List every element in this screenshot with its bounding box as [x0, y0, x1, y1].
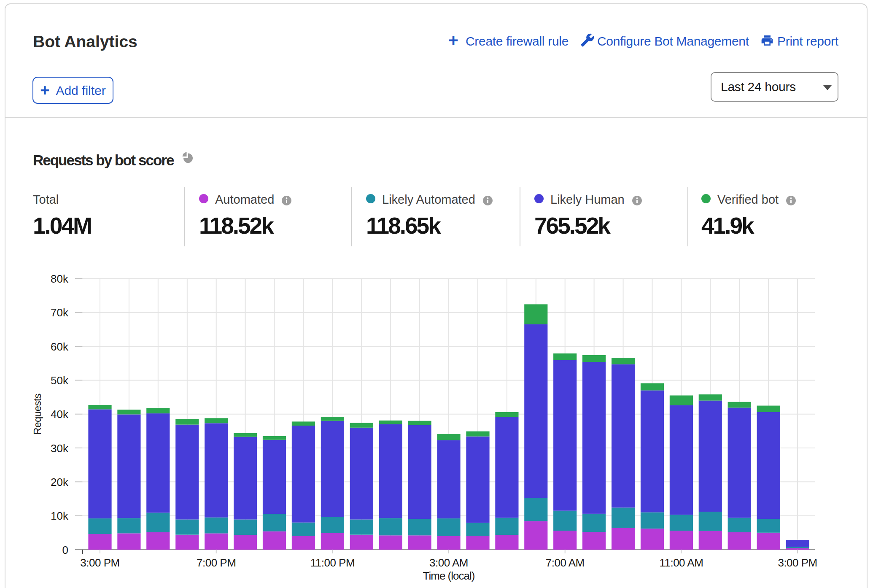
svg-text:40k: 40k — [51, 408, 69, 421]
svg-text:0: 0 — [62, 544, 68, 556]
svg-text:Requests: Requests — [32, 394, 43, 435]
svg-text:Time (local): Time (local) — [423, 569, 475, 582]
svg-text:70k: 70k — [51, 306, 69, 319]
svg-text:11:00 PM: 11:00 PM — [310, 556, 355, 569]
svg-text:20k: 20k — [51, 476, 69, 488]
svg-text:60k: 60k — [51, 340, 69, 353]
svg-text:80k: 80k — [51, 272, 69, 285]
svg-text:3:00 PM: 3:00 PM — [80, 556, 119, 569]
svg-text:30k: 30k — [51, 442, 69, 455]
svg-text:11:00 AM: 11:00 AM — [659, 556, 703, 569]
svg-text:7:00 AM: 7:00 AM — [546, 556, 585, 569]
svg-text:7:00 PM: 7:00 PM — [197, 556, 236, 569]
svg-text:50k: 50k — [51, 374, 69, 387]
svg-text:3:00 PM: 3:00 PM — [778, 556, 817, 569]
svg-text:10k: 10k — [51, 510, 69, 522]
svg-text:3:00 AM: 3:00 AM — [429, 556, 468, 569]
